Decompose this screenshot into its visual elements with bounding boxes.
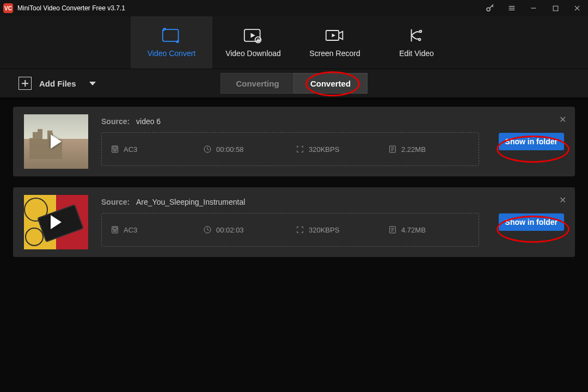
minimize-icon[interactable] [523,0,544,16]
upgrade-key-icon[interactable] [479,0,501,16]
svg-point-15 [419,39,421,41]
bitrate-value: 320KBPS [309,145,339,154]
svg-point-0 [487,8,490,11]
nav-label: Video Convert [148,49,195,58]
clock-icon [203,145,212,154]
svg-rect-17 [113,147,117,149]
conversion-tabs: Converting Converted [220,73,367,94]
thumbnail[interactable] [24,114,88,169]
svg-rect-5 [553,6,558,11]
converted-item: Source: Are_You_Sleeping_Instrumental AC… [13,187,575,257]
clock-icon [203,225,212,234]
svg-rect-26 [113,228,117,229]
source-name: Are_You_Sleeping_Instrumental [136,198,245,206]
chevron-down-icon[interactable] [89,82,96,85]
format-icon [111,225,119,234]
nav-label: Video Download [225,49,281,58]
tab-converted[interactable]: Converted [293,73,367,94]
nav-label: Screen Record [309,49,360,58]
size-value: 4.72MB [401,226,426,234]
info-box: AC3 00:02:03 320KBPS 4.72MB [101,213,479,247]
format-value: AC3 [124,145,137,154]
maximize-icon[interactable] [544,0,566,16]
format-value: AC3 [124,226,137,234]
filesize-icon [388,145,397,154]
app-title: MiniTool Video Converter Free v3.7.1 [17,4,125,12]
duration-value: 00:02:03 [216,226,244,234]
app-logo-icon: VC [3,3,13,13]
results-list: Source: video 6 AC3 00:00:58 320KBPS [0,98,588,266]
converted-item: Source: video 6 AC3 00:00:58 320KBPS [13,107,575,176]
svg-marker-10 [251,33,255,38]
bitrate-icon [296,225,304,234]
nav-video-download[interactable]: Video Download [212,16,294,69]
source-label: Source: [101,198,130,206]
remove-item-icon[interactable]: ✕ [559,114,566,125]
close-window-icon[interactable] [566,0,588,16]
info-box: AC3 00:00:58 320KBPS 2.22MB [101,132,479,166]
add-icon [19,77,32,90]
thumbnail[interactable] [24,195,88,249]
source-name: video 6 [136,117,161,126]
window-controls [479,0,588,16]
bitrate-icon [296,145,304,154]
play-icon [51,215,62,229]
toolbar: Add Files Converting Converted [0,69,588,98]
nav-label: Edit Video [399,49,434,58]
format-icon [111,145,119,154]
show-in-folder-button[interactable]: Show in folder [499,133,564,150]
nav-edit-video[interactable]: Edit Video [376,16,457,69]
bitrate-value: 320KBPS [309,226,339,234]
size-value: 2.22MB [401,145,426,154]
add-files-label: Add Files [39,79,76,88]
menu-icon[interactable] [501,0,523,16]
svg-point-14 [420,30,422,33]
duration-value: 00:00:58 [216,145,244,154]
title-bar: VC MiniTool Video Converter Free v3.7.1 [0,0,588,16]
tab-converting[interactable]: Converting [221,74,294,93]
remove-item-icon[interactable]: ✕ [559,195,566,205]
nav-video-convert[interactable]: Video Convert [131,16,212,69]
nav-screen-record[interactable]: Screen Record [294,16,376,69]
filesize-icon [388,225,397,234]
add-files-button[interactable]: Add Files [19,77,96,90]
svg-rect-8 [163,29,179,41]
svg-marker-13 [332,33,335,37]
main-nav: Video Convert Video Download Screen Reco… [0,16,588,69]
source-label: Source: [101,117,130,126]
show-in-folder-button[interactable]: Show in folder [499,213,564,231]
play-icon [51,134,62,149]
